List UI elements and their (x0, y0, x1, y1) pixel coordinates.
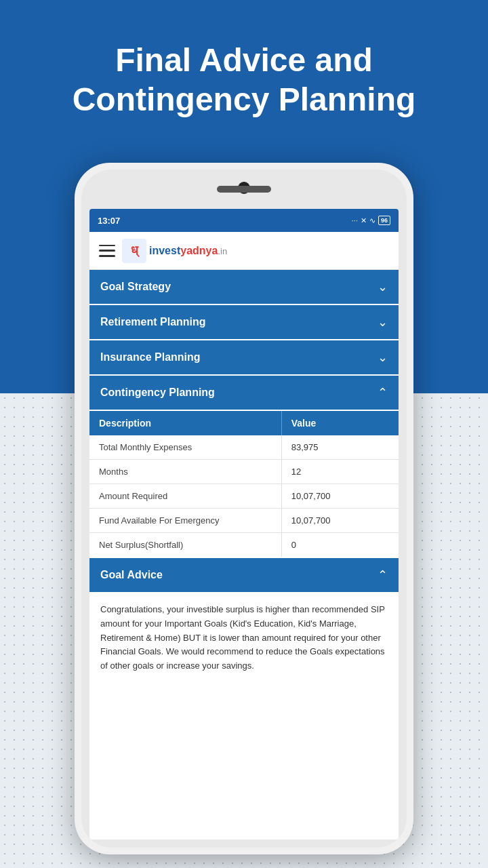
accordion-goal-advice-chevron: ⌃ (378, 568, 388, 583)
goal-advice-text: Congratulations, your investible surplus… (100, 603, 388, 673)
accordion-goal-strategy: Goal Strategy ⌄ (89, 270, 399, 305)
table-cell-desc-2: Amount Required (89, 484, 281, 508)
table-cell-val-1: 12 (281, 460, 399, 484)
accordion-contingency-planning-header[interactable]: Contingency Planning ⌃ (89, 376, 399, 410)
phone-device: 13:07 ··· ✕ ∿ 96 ध् investyadnya.in (75, 163, 413, 854)
accordion-retirement-planning-header[interactable]: Retirement Planning ⌄ (89, 305, 399, 339)
status-icons: ··· ✕ ∿ 96 (352, 216, 390, 225)
sim-icon: ✕ (361, 216, 367, 225)
table-row: Net Surplus(Shortfall) 0 (89, 533, 399, 557)
wifi-icon: ∿ (369, 216, 375, 225)
speaker (217, 186, 271, 193)
accordion-contingency-planning-title: Contingency Planning (100, 387, 215, 399)
accordion-retirement-planning: Retirement Planning ⌄ (89, 305, 399, 340)
accordion-goal-advice-title: Goal Advice (100, 569, 163, 581)
accordion-insurance-planning: Insurance Planning ⌄ (89, 340, 399, 376)
app-bar: ध् investyadnya.in (89, 232, 399, 270)
logo-symbol: ध् (122, 239, 146, 263)
logo-text: investyadnya.in (149, 245, 227, 257)
accordion-contingency-planning: Contingency Planning ⌃ (89, 376, 399, 411)
table-col2-header: Value (281, 411, 399, 435)
table-header-row: Description Value (89, 411, 399, 435)
phone-screen: 13:07 ··· ✕ ∿ 96 ध् investyadnya.in (89, 209, 399, 840)
table-row: Months 12 (89, 460, 399, 484)
accordion-goal-strategy-chevron: ⌄ (378, 279, 388, 294)
accordion-goal-advice-header[interactable]: Goal Advice ⌃ (89, 558, 399, 592)
status-time: 13:07 (98, 216, 120, 226)
accordion-list: Goal Strategy ⌄ Retirement Planning ⌄ In… (89, 270, 399, 683)
table-row: Amount Required 10,07,700 (89, 484, 399, 509)
accordion-contingency-planning-chevron: ⌃ (378, 385, 388, 400)
logo-invest: invest (149, 245, 180, 256)
accordion-goal-strategy-title: Goal Strategy (100, 281, 171, 293)
page-header-title: Final Advice and Contingency Planning (0, 41, 488, 119)
table-cell-val-3: 10,07,700 (281, 509, 399, 532)
app-logo: ध् investyadnya.in (122, 239, 227, 263)
table-cell-val-2: 10,07,700 (281, 484, 399, 508)
contingency-table: Description Value Total Monthly Expenses… (89, 411, 399, 558)
accordion-goal-strategy-header[interactable]: Goal Strategy ⌄ (89, 270, 399, 304)
table-cell-desc-1: Months (89, 460, 281, 484)
hamburger-menu-button[interactable] (99, 245, 115, 257)
table-cell-val-4: 0 (281, 533, 399, 557)
battery-icon: 96 (378, 216, 390, 225)
accordion-insurance-planning-header[interactable]: Insurance Planning ⌄ (89, 340, 399, 374)
table-cell-desc-0: Total Monthly Expenses (89, 435, 281, 459)
table-row: Total Monthly Expenses 83,975 (89, 435, 399, 460)
status-bar: 13:07 ··· ✕ ∿ 96 (89, 209, 399, 232)
table-cell-val-0: 83,975 (281, 435, 399, 459)
goal-advice-content: Congratulations, your investible surplus… (89, 593, 399, 683)
table-cell-desc-4: Net Surplus(Shortfall) (89, 533, 281, 557)
accordion-retirement-planning-chevron: ⌄ (378, 315, 388, 330)
accordion-insurance-planning-chevron: ⌄ (378, 350, 388, 365)
table-col1-header: Description (89, 411, 281, 435)
logo-yadnya: yadnya (180, 245, 218, 256)
table-row: Fund Available For Emergency 10,07,700 (89, 509, 399, 533)
accordion-insurance-planning-title: Insurance Planning (100, 351, 201, 363)
logo-in: .in (218, 246, 227, 256)
accordion-goal-advice: Goal Advice ⌃ (89, 558, 399, 593)
accordion-retirement-planning-title: Retirement Planning (100, 316, 206, 328)
signal-dots-icon: ··· (352, 216, 358, 224)
table-cell-desc-3: Fund Available For Emergency (89, 509, 281, 532)
